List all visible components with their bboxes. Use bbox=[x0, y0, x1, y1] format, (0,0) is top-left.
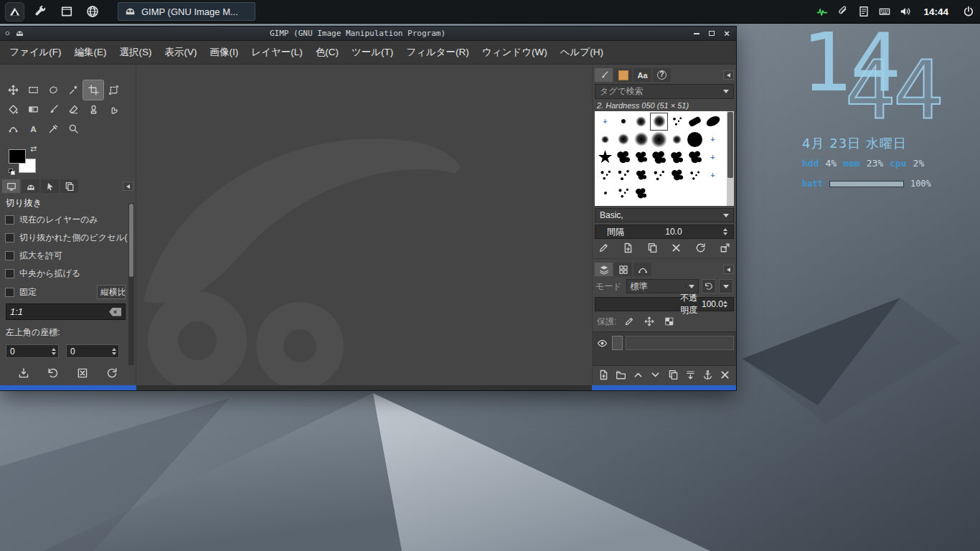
brush-item[interactable] bbox=[614, 131, 632, 149]
dock-menu-button[interactable] bbox=[123, 182, 133, 191]
layer-opacity-slider[interactable]: 不透明度 100.0 bbox=[595, 297, 734, 311]
layer-list[interactable] bbox=[593, 331, 736, 366]
tool-eraser[interactable] bbox=[63, 100, 83, 119]
new-brush-button[interactable] bbox=[623, 242, 633, 253]
tool-paintbrush[interactable] bbox=[43, 100, 63, 119]
keyboard-icon[interactable] bbox=[878, 5, 891, 18]
color-selector[interactable]: ⇄ bbox=[9, 144, 46, 176]
dock-menu-button[interactable] bbox=[723, 70, 734, 80]
tool-paths[interactable] bbox=[3, 119, 23, 138]
brush-item[interactable] bbox=[596, 149, 614, 166]
tools-launcher[interactable] bbox=[31, 2, 50, 22]
new-group-button[interactable] bbox=[616, 369, 626, 380]
reset-mode-button[interactable] bbox=[702, 279, 716, 293]
checkbox-fixed[interactable] bbox=[5, 288, 14, 297]
edit-brush-button[interactable] bbox=[598, 242, 609, 253]
brush-item[interactable] bbox=[632, 184, 650, 202]
fonts-tab[interactable]: Aa bbox=[633, 68, 651, 82]
layer-visibility-eye-icon[interactable] bbox=[595, 338, 609, 349]
tool-rectangle-select[interactable] bbox=[23, 80, 43, 100]
save-tool-preset-button[interactable] bbox=[18, 367, 29, 379]
open-brush-as-image-button[interactable] bbox=[720, 242, 730, 253]
lock-position-button[interactable] bbox=[641, 314, 658, 329]
delete-tool-preset-button[interactable] bbox=[77, 367, 88, 379]
distro-logo-launcher[interactable] bbox=[5, 2, 24, 22]
tool-options-scrollbar[interactable] bbox=[128, 202, 135, 366]
menu-filters[interactable]: フィルター(R) bbox=[400, 41, 476, 64]
tool-options-tab[interactable] bbox=[2, 179, 20, 193]
brush-item[interactable] bbox=[686, 113, 704, 131]
brush-item[interactable] bbox=[668, 113, 686, 131]
tool-move[interactable] bbox=[3, 80, 23, 100]
tool-crop[interactable] bbox=[83, 80, 103, 100]
brush-item[interactable] bbox=[650, 131, 668, 149]
brush-item[interactable] bbox=[596, 184, 614, 202]
position-x-spinner[interactable]: 0 bbox=[6, 344, 59, 358]
brush-spacing-slider[interactable]: 間隔 10.0 bbox=[595, 225, 734, 239]
brush-item[interactable] bbox=[650, 166, 668, 184]
dock-menu-button[interactable] bbox=[723, 265, 734, 274]
clear-input-icon[interactable]: × bbox=[109, 308, 121, 316]
refresh-brushes-button[interactable] bbox=[695, 242, 706, 253]
brush-grid-scrollbar[interactable] bbox=[727, 111, 734, 206]
layer-thumbnail[interactable] bbox=[612, 336, 623, 350]
position-y-spinner[interactable]: 0 bbox=[66, 344, 119, 358]
menu-view[interactable]: 表示(V) bbox=[159, 41, 204, 64]
tool-clone[interactable] bbox=[83, 100, 103, 119]
minimize-button[interactable] bbox=[691, 28, 702, 39]
menu-colors[interactable]: 色(C) bbox=[309, 41, 345, 64]
brush-item[interactable] bbox=[632, 131, 650, 149]
checkbox-current-layer-only[interactable] bbox=[5, 215, 14, 225]
menu-tools[interactable]: ツール(T) bbox=[345, 41, 400, 64]
maximize-button[interactable] bbox=[706, 28, 717, 39]
tool-unified-transform[interactable] bbox=[103, 80, 123, 100]
new-layer-button[interactable] bbox=[598, 369, 609, 380]
tool-bucket-fill[interactable] bbox=[3, 100, 23, 119]
layers-tab[interactable] bbox=[595, 263, 613, 276]
menu-help[interactable]: ヘルプ(H) bbox=[554, 41, 610, 64]
layer-name-field[interactable] bbox=[626, 336, 734, 350]
brush-item[interactable]: + bbox=[704, 166, 722, 184]
brush-item[interactable] bbox=[614, 184, 632, 202]
delete-layer-button[interactable] bbox=[720, 369, 730, 380]
history-tab[interactable] bbox=[41, 179, 59, 193]
raise-layer-button[interactable] bbox=[633, 369, 644, 380]
gimp-titlebar[interactable]: GIMP (GNU Image Manipulation Program) × bbox=[0, 27, 736, 41]
images-tab[interactable] bbox=[60, 179, 78, 193]
brush-item[interactable] bbox=[596, 166, 614, 184]
device-status-tab[interactable] bbox=[22, 179, 39, 193]
default-colors-icon[interactable] bbox=[9, 169, 15, 175]
window-menu-icon[interactable] bbox=[4, 27, 11, 40]
brush-item[interactable] bbox=[668, 166, 686, 184]
duplicate-layer-button[interactable] bbox=[668, 369, 679, 380]
menu-select[interactable]: 選択(S) bbox=[113, 41, 159, 64]
brush-item[interactable] bbox=[614, 113, 632, 131]
fixed-type-dropdown[interactable]: 縦横比 bbox=[97, 285, 126, 299]
anchor-layer-button[interactable] bbox=[702, 369, 713, 380]
brush-item[interactable] bbox=[650, 149, 668, 166]
brush-item[interactable] bbox=[632, 149, 650, 166]
tool-free-select[interactable] bbox=[43, 80, 63, 100]
paths-dialog-tab[interactable] bbox=[633, 263, 651, 276]
close-button[interactable]: × bbox=[721, 28, 732, 39]
brush-item[interactable] bbox=[632, 113, 650, 131]
mode-switch-button[interactable] bbox=[719, 279, 733, 293]
tool-color-picker[interactable] bbox=[43, 119, 63, 138]
layer-row[interactable] bbox=[595, 334, 734, 352]
restore-tool-preset-button[interactable] bbox=[47, 367, 59, 379]
image-canvas[interactable] bbox=[136, 65, 592, 385]
brush-item[interactable] bbox=[704, 113, 722, 131]
delete-brush-button[interactable] bbox=[671, 242, 682, 253]
checkbox-expand-from-center[interactable] bbox=[5, 269, 14, 278]
tool-gradient[interactable] bbox=[23, 100, 43, 119]
tool-fuzzy-select[interactable] bbox=[63, 80, 83, 100]
brush-item[interactable]: + bbox=[704, 131, 722, 149]
panel-clock[interactable]: 14:44 bbox=[923, 6, 948, 17]
brushes-tab[interactable] bbox=[595, 68, 613, 82]
taskbar-window-button[interactable]: GIMP (GNU Image M... bbox=[118, 2, 255, 21]
brush-item[interactable] bbox=[614, 149, 632, 166]
browser-launcher[interactable] bbox=[83, 2, 102, 22]
menu-file[interactable]: ファイル(F) bbox=[3, 41, 68, 64]
brush-item[interactable] bbox=[668, 131, 686, 149]
aspect-ratio-input[interactable]: 1:1 × bbox=[6, 303, 126, 320]
